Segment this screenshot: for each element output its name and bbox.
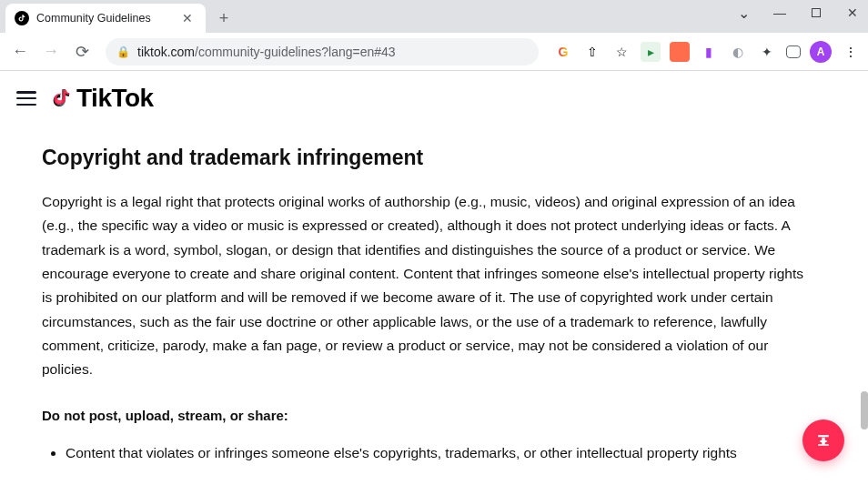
section-paragraph: Copyright is a legal right that protects… xyxy=(42,190,814,382)
google-icon[interactable]: G xyxy=(553,42,573,62)
hamburger-menu-icon[interactable] xyxy=(16,91,36,106)
maximize-icon[interactable] xyxy=(804,4,828,22)
extension-3-icon[interactable]: ▮ xyxy=(699,42,719,62)
toolbar-right-icons: G ⇧ ☆ ▸ ▮ ◐ ✦ A ⋮ xyxy=(550,41,861,63)
page-viewport: TikTok Copyright and trademark infringem… xyxy=(0,71,868,485)
share-icon[interactable]: ⇧ xyxy=(582,42,602,62)
tab-close-icon[interactable]: ✕ xyxy=(178,11,197,25)
tab-title: Community Guidelines xyxy=(36,12,151,25)
bookmark-star-icon[interactable]: ☆ xyxy=(611,42,631,62)
brand-text: TikTok xyxy=(76,84,154,113)
address-bar[interactable]: 🔒 tiktok.com/community-guidelines?lang=e… xyxy=(106,38,539,66)
extension-2-icon[interactable] xyxy=(670,42,690,62)
svg-rect-0 xyxy=(818,435,829,437)
minimize-icon[interactable]: — xyxy=(768,4,792,22)
url-host: tiktok.com xyxy=(137,45,195,59)
article: Copyright and trademark infringement Cop… xyxy=(16,126,840,465)
bullet-list: Content that violates or infringes someo… xyxy=(42,441,814,465)
scrollbar-thumb[interactable] xyxy=(861,391,868,429)
url-text: tiktok.com/community-guidelines?lang=en#… xyxy=(137,45,396,59)
arrow-up-icon xyxy=(814,431,833,450)
tiktok-favicon xyxy=(15,11,29,25)
tiktok-logo[interactable]: TikTok xyxy=(49,84,154,113)
chevron-down-icon[interactable]: ⌄ xyxy=(732,4,755,22)
do-not-lead: Do not post, upload, stream, or share: xyxy=(42,408,814,423)
kebab-menu-icon[interactable]: ⋮ xyxy=(841,42,861,62)
forward-button[interactable]: → xyxy=(38,39,64,65)
extensions-puzzle-icon[interactable]: ✦ xyxy=(757,42,777,62)
back-button[interactable]: ← xyxy=(7,39,33,65)
window-controls: ⌄ — ✕ xyxy=(732,4,864,22)
reload-button[interactable]: ⟳ xyxy=(69,39,95,65)
tiktok-note-icon xyxy=(49,85,73,112)
browser-tab-active[interactable]: Community Guidelines ✕ xyxy=(5,4,206,33)
browser-tabstrip: Community Guidelines ✕ + ⌄ — ✕ xyxy=(0,0,868,33)
section-heading: Copyright and trademark infringement xyxy=(42,146,814,170)
extension-1-icon[interactable]: ▸ xyxy=(641,42,661,62)
site-header: TikTok xyxy=(0,71,868,126)
url-path: /community-guidelines?lang=en#43 xyxy=(195,45,396,59)
new-tab-button[interactable]: + xyxy=(211,5,237,31)
browser-toolbar: ← → ⟳ 🔒 tiktok.com/community-guidelines?… xyxy=(0,33,868,71)
list-item: Content that violates or infringes someo… xyxy=(66,441,814,465)
side-panel-icon[interactable] xyxy=(786,45,801,58)
back-to-top-button[interactable] xyxy=(802,419,844,461)
profile-avatar[interactable]: A xyxy=(810,41,832,63)
lock-icon: 🔒 xyxy=(116,45,130,58)
close-window-icon[interactable]: ✕ xyxy=(841,4,864,22)
content-area: Copyright and trademark infringement Cop… xyxy=(0,126,868,485)
extension-4-icon[interactable]: ◐ xyxy=(728,42,748,62)
